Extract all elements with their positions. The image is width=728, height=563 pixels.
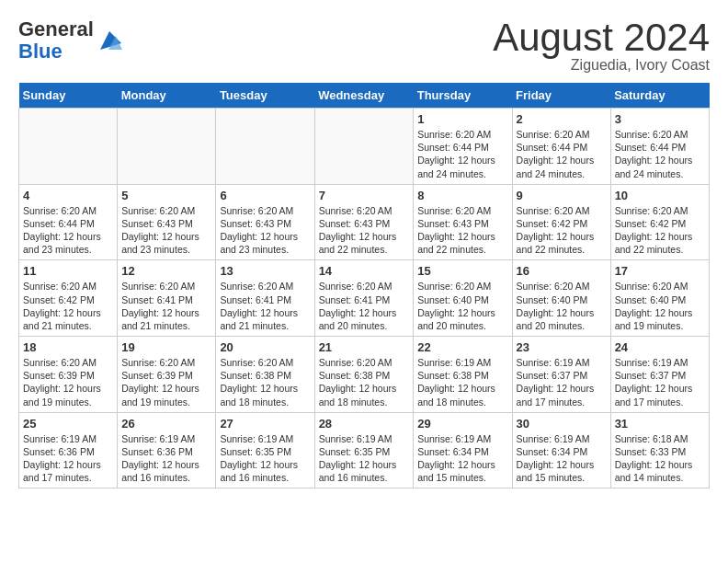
day-info: Sunrise: 6:19 AM Sunset: 6:37 PM Dayligh… [517, 356, 607, 408]
logo-general: General [18, 17, 94, 40]
day-info: Sunrise: 6:18 AM Sunset: 6:33 PM Dayligh… [615, 432, 705, 485]
calendar-cell: 5Sunrise: 6:20 AM Sunset: 6:43 PM Daylig… [118, 184, 216, 260]
calendar-cell: 8Sunrise: 6:20 AM Sunset: 6:43 PM Daylig… [414, 184, 512, 260]
calendar-cell [118, 109, 216, 185]
day-info: Sunrise: 6:20 AM Sunset: 6:42 PM Dayligh… [615, 204, 705, 257]
calendar-week-2: 4Sunrise: 6:20 AM Sunset: 6:44 PM Daylig… [19, 184, 710, 260]
day-number: 29 [417, 417, 507, 431]
day-number: 14 [319, 264, 410, 278]
calendar-cell: 29Sunrise: 6:19 AM Sunset: 6:34 PM Dayli… [414, 412, 512, 488]
day-number: 24 [615, 340, 705, 354]
day-number: 26 [121, 417, 211, 431]
calendar-cell: 14Sunrise: 6:20 AM Sunset: 6:41 PM Dayli… [314, 260, 414, 337]
day-number: 1 [417, 112, 507, 126]
day-number: 3 [615, 112, 705, 126]
calendar-cell: 24Sunrise: 6:19 AM Sunset: 6:37 PM Dayli… [610, 337, 709, 413]
calendar-week-1: 1Sunrise: 6:20 AM Sunset: 6:44 PM Daylig… [19, 109, 710, 185]
logo-text: General Blue [18, 18, 94, 63]
day-info: Sunrise: 6:20 AM Sunset: 6:43 PM Dayligh… [319, 204, 410, 257]
day-header-saturday: Saturday [610, 83, 709, 109]
day-number: 17 [615, 264, 705, 278]
calendar-week-4: 18Sunrise: 6:20 AM Sunset: 6:39 PM Dayli… [19, 337, 710, 413]
logo-blue: Blue [18, 40, 63, 63]
day-info: Sunrise: 6:19 AM Sunset: 6:35 PM Dayligh… [319, 432, 410, 485]
title-area: August 2024 Ziguedia, Ivory Coast [493, 18, 710, 74]
calendar-cell: 20Sunrise: 6:20 AM Sunset: 6:38 PM Dayli… [216, 337, 314, 413]
day-number: 28 [319, 417, 410, 431]
calendar-week-5: 25Sunrise: 6:19 AM Sunset: 6:36 PM Dayli… [19, 412, 710, 488]
day-number: 13 [220, 264, 310, 278]
day-header-tuesday: Tuesday [216, 83, 314, 109]
calendar-cell: 9Sunrise: 6:20 AM Sunset: 6:42 PM Daylig… [512, 184, 610, 260]
calendar-cell: 31Sunrise: 6:18 AM Sunset: 6:33 PM Dayli… [610, 412, 709, 488]
location: Ziguedia, Ivory Coast [493, 57, 710, 74]
calendar-cell: 12Sunrise: 6:20 AM Sunset: 6:41 PM Dayli… [118, 260, 216, 337]
day-number: 25 [23, 417, 113, 431]
day-number: 23 [517, 340, 607, 354]
day-info: Sunrise: 6:20 AM Sunset: 6:44 PM Dayligh… [615, 128, 705, 180]
calendar-cell [216, 109, 314, 185]
day-number: 15 [417, 264, 507, 278]
calendar-cell: 11Sunrise: 6:20 AM Sunset: 6:42 PM Dayli… [19, 260, 118, 337]
day-info: Sunrise: 6:20 AM Sunset: 6:38 PM Dayligh… [220, 356, 310, 408]
day-info: Sunrise: 6:20 AM Sunset: 6:44 PM Dayligh… [417, 128, 507, 180]
calendar-cell: 26Sunrise: 6:19 AM Sunset: 6:36 PM Dayli… [118, 412, 216, 488]
calendar-cell: 25Sunrise: 6:19 AM Sunset: 6:36 PM Dayli… [19, 412, 118, 488]
day-number: 31 [615, 417, 705, 431]
calendar-cell: 28Sunrise: 6:19 AM Sunset: 6:35 PM Dayli… [314, 412, 414, 488]
day-info: Sunrise: 6:20 AM Sunset: 6:39 PM Dayligh… [23, 356, 113, 408]
day-info: Sunrise: 6:20 AM Sunset: 6:41 PM Dayligh… [220, 280, 310, 332]
calendar-cell [314, 109, 414, 185]
calendar-cell: 22Sunrise: 6:19 AM Sunset: 6:38 PM Dayli… [414, 337, 512, 413]
calendar-cell: 21Sunrise: 6:20 AM Sunset: 6:38 PM Dayli… [314, 337, 414, 413]
calendar-cell: 19Sunrise: 6:20 AM Sunset: 6:39 PM Dayli… [118, 337, 216, 413]
day-number: 16 [517, 264, 607, 278]
day-info: Sunrise: 6:19 AM Sunset: 6:36 PM Dayligh… [121, 432, 211, 485]
day-number: 11 [23, 264, 113, 278]
calendar-cell: 10Sunrise: 6:20 AM Sunset: 6:42 PM Dayli… [610, 184, 709, 260]
logo: General Blue [18, 18, 123, 63]
day-number: 8 [417, 189, 507, 202]
day-number: 18 [23, 340, 113, 354]
calendar-cell: 15Sunrise: 6:20 AM Sunset: 6:40 PM Dayli… [414, 260, 512, 337]
calendar-cell: 27Sunrise: 6:19 AM Sunset: 6:35 PM Dayli… [216, 412, 314, 488]
calendar-cell: 16Sunrise: 6:20 AM Sunset: 6:40 PM Dayli… [512, 260, 610, 337]
calendar-cell: 7Sunrise: 6:20 AM Sunset: 6:43 PM Daylig… [314, 184, 414, 260]
calendar-cell: 3Sunrise: 6:20 AM Sunset: 6:44 PM Daylig… [610, 109, 709, 185]
day-info: Sunrise: 6:20 AM Sunset: 6:44 PM Dayligh… [517, 128, 607, 180]
day-info: Sunrise: 6:19 AM Sunset: 6:35 PM Dayligh… [220, 432, 310, 485]
calendar-cell: 2Sunrise: 6:20 AM Sunset: 6:44 PM Daylig… [512, 109, 610, 185]
day-info: Sunrise: 6:19 AM Sunset: 6:37 PM Dayligh… [615, 356, 705, 408]
calendar-cell: 18Sunrise: 6:20 AM Sunset: 6:39 PM Dayli… [19, 337, 118, 413]
month-title: August 2024 [493, 18, 710, 57]
calendar-cell: 4Sunrise: 6:20 AM Sunset: 6:44 PM Daylig… [19, 184, 118, 260]
day-number: 27 [220, 417, 310, 431]
day-info: Sunrise: 6:20 AM Sunset: 6:43 PM Dayligh… [417, 204, 507, 257]
calendar-table: SundayMondayTuesdayWednesdayThursdayFrid… [18, 83, 710, 488]
day-header-wednesday: Wednesday [314, 83, 414, 109]
day-info: Sunrise: 6:19 AM Sunset: 6:34 PM Dayligh… [517, 432, 607, 485]
day-info: Sunrise: 6:20 AM Sunset: 6:40 PM Dayligh… [615, 280, 705, 332]
day-info: Sunrise: 6:20 AM Sunset: 6:43 PM Dayligh… [220, 204, 310, 257]
day-number: 7 [319, 189, 410, 202]
day-info: Sunrise: 6:19 AM Sunset: 6:34 PM Dayligh… [417, 432, 507, 485]
day-info: Sunrise: 6:19 AM Sunset: 6:38 PM Dayligh… [417, 356, 507, 408]
day-info: Sunrise: 6:20 AM Sunset: 6:39 PM Dayligh… [121, 356, 211, 408]
day-info: Sunrise: 6:20 AM Sunset: 6:42 PM Dayligh… [517, 204, 607, 257]
day-number: 5 [121, 189, 211, 202]
logo-icon [96, 27, 123, 54]
day-header-thursday: Thursday [414, 83, 512, 109]
day-number: 30 [517, 417, 607, 431]
day-info: Sunrise: 6:20 AM Sunset: 6:41 PM Dayligh… [121, 280, 211, 332]
day-info: Sunrise: 6:20 AM Sunset: 6:42 PM Dayligh… [23, 280, 113, 332]
day-info: Sunrise: 6:20 AM Sunset: 6:43 PM Dayligh… [121, 204, 211, 257]
day-number: 9 [517, 189, 607, 202]
day-number: 10 [615, 189, 705, 202]
day-info: Sunrise: 6:20 AM Sunset: 6:40 PM Dayligh… [517, 280, 607, 332]
day-header-friday: Friday [512, 83, 610, 109]
day-number: 20 [220, 340, 310, 354]
calendar-header-row: SundayMondayTuesdayWednesdayThursdayFrid… [19, 83, 710, 109]
calendar-cell: 6Sunrise: 6:20 AM Sunset: 6:43 PM Daylig… [216, 184, 314, 260]
calendar-cell: 13Sunrise: 6:20 AM Sunset: 6:41 PM Dayli… [216, 260, 314, 337]
day-number: 4 [23, 189, 113, 202]
